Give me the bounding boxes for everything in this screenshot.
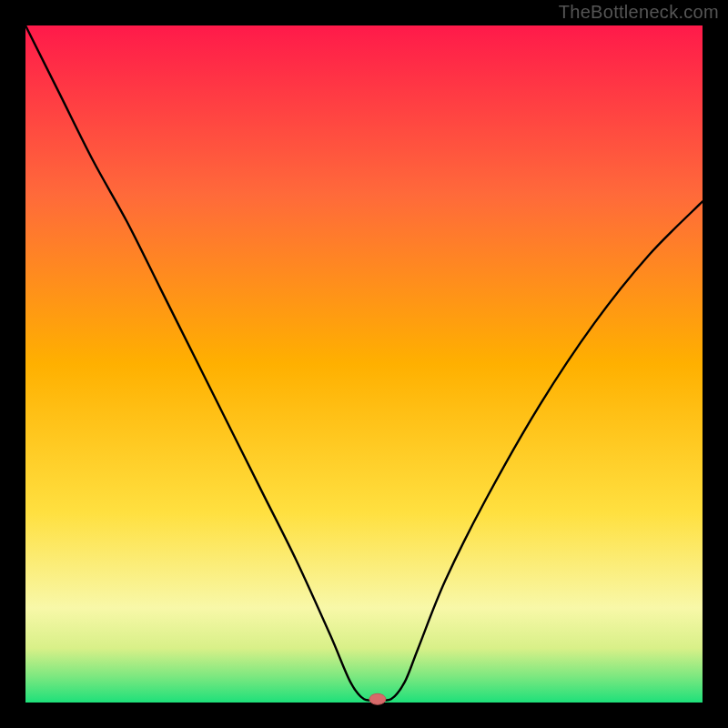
plot-background — [25, 25, 703, 703]
bottleneck-chart — [0, 0, 728, 728]
optimal-point-marker — [369, 693, 386, 704]
chart-frame: { "watermark": "TheBottleneck.com", "col… — [0, 0, 728, 728]
watermark-text: TheBottleneck.com — [559, 2, 719, 23]
